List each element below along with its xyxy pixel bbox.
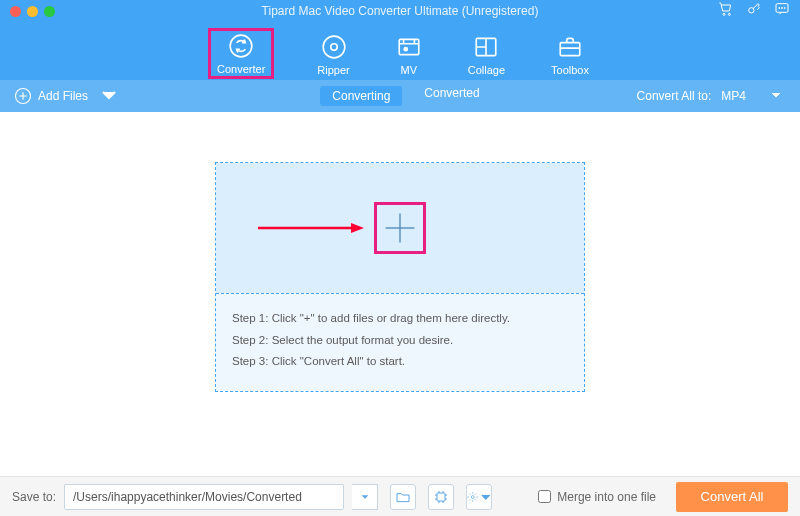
save-to-label: Save to: <box>12 490 56 504</box>
tab-mv[interactable]: MV <box>396 34 422 76</box>
save-path-dropdown[interactable] <box>352 484 378 510</box>
chip-icon <box>433 489 449 505</box>
plus-circle-icon <box>14 87 32 105</box>
tab-toolbox[interactable]: Toolbox <box>551 34 589 76</box>
output-format-select[interactable]: MP4 <box>721 89 782 104</box>
close-window-button[interactable] <box>10 6 21 17</box>
tab-label: Converter <box>217 63 265 75</box>
open-folder-button[interactable] <box>390 484 416 510</box>
arrow-annotation-icon <box>256 223 366 243</box>
svg-point-2 <box>749 8 754 13</box>
gear-icon <box>467 489 479 505</box>
svg-point-6 <box>784 7 785 8</box>
footer-bar: Save to: /Users/ihappyacethinker/Movies/… <box>0 476 800 516</box>
svg-point-11 <box>404 48 407 51</box>
chevron-down-icon <box>100 86 118 107</box>
cart-icon[interactable] <box>718 1 734 21</box>
step-3-text: Step 3: Click "Convert All" to start. <box>232 351 568 373</box>
svg-rect-19 <box>437 493 445 501</box>
convert-all-button[interactable]: Convert All <box>676 482 788 512</box>
step-2-text: Step 2: Select the output format you des… <box>232 330 568 352</box>
svg-point-7 <box>230 35 252 57</box>
tab-label: Collage <box>468 64 505 76</box>
collage-icon <box>473 34 499 60</box>
status-tab-converted[interactable]: Converted <box>424 86 479 106</box>
merge-checkbox[interactable]: Merge into one file <box>538 490 656 504</box>
merge-checkbox-input[interactable] <box>538 490 551 503</box>
drop-zone-top <box>216 163 584 293</box>
main-canvas: Step 1: Click "+" to add files or drag t… <box>0 112 800 442</box>
svg-point-5 <box>781 7 782 8</box>
svg-point-9 <box>330 44 337 51</box>
folder-icon <box>395 489 411 505</box>
settings-button[interactable] <box>466 484 492 510</box>
tab-collage[interactable]: Collage <box>468 34 505 76</box>
minimize-window-button[interactable] <box>27 6 38 17</box>
add-files-plus-button[interactable] <box>374 202 426 254</box>
drop-zone[interactable]: Step 1: Click "+" to add files or drag t… <box>215 162 585 393</box>
svg-point-20 <box>471 495 474 498</box>
tab-label: Toolbox <box>551 64 589 76</box>
maximize-window-button[interactable] <box>44 6 55 17</box>
convert-all-to-label: Convert All to: <box>637 89 712 103</box>
svg-rect-13 <box>560 43 580 56</box>
plus-icon <box>382 210 418 246</box>
sub-toolbar: Add Files Converting Converted Convert A… <box>0 80 800 112</box>
converter-icon <box>228 33 254 59</box>
add-files-label: Add Files <box>38 89 88 103</box>
ripper-icon <box>321 34 347 60</box>
tab-ripper[interactable]: Ripper <box>317 34 349 76</box>
app-title: Tipard Mac Video Converter Ultimate (Unr… <box>0 4 800 18</box>
tab-label: MV <box>400 64 417 76</box>
svg-point-0 <box>723 13 725 15</box>
mv-icon <box>396 34 422 60</box>
instructions-panel: Step 1: Click "+" to add files or drag t… <box>216 293 584 392</box>
save-path-field[interactable]: /Users/ihappyacethinker/Movies/Converted <box>64 484 344 510</box>
svg-point-8 <box>323 36 345 58</box>
step-1-text: Step 1: Click "+" to add files or drag t… <box>232 308 568 330</box>
svg-rect-10 <box>399 39 419 54</box>
output-format-value: MP4 <box>721 89 746 103</box>
hardware-accel-button[interactable] <box>428 484 454 510</box>
add-files-button[interactable]: Add Files <box>0 86 118 107</box>
svg-marker-16 <box>351 223 364 233</box>
tab-converter[interactable]: Converter <box>211 31 271 76</box>
key-icon[interactable] <box>746 1 762 21</box>
feedback-icon[interactable] <box>774 1 790 21</box>
main-tabs: Converter Ripper MV Collage Toolbox <box>0 22 800 80</box>
svg-point-4 <box>779 7 780 8</box>
status-tab-converting[interactable]: Converting <box>320 86 402 106</box>
header-bar: Tipard Mac Video Converter Ultimate (Unr… <box>0 0 800 80</box>
toolbox-icon <box>557 34 583 60</box>
chevron-down-icon <box>770 89 782 104</box>
merge-label: Merge into one file <box>557 490 656 504</box>
window-controls <box>10 6 55 17</box>
title-bar: Tipard Mac Video Converter Ultimate (Unr… <box>0 0 800 22</box>
svg-point-1 <box>728 13 730 15</box>
tab-label: Ripper <box>317 64 349 76</box>
